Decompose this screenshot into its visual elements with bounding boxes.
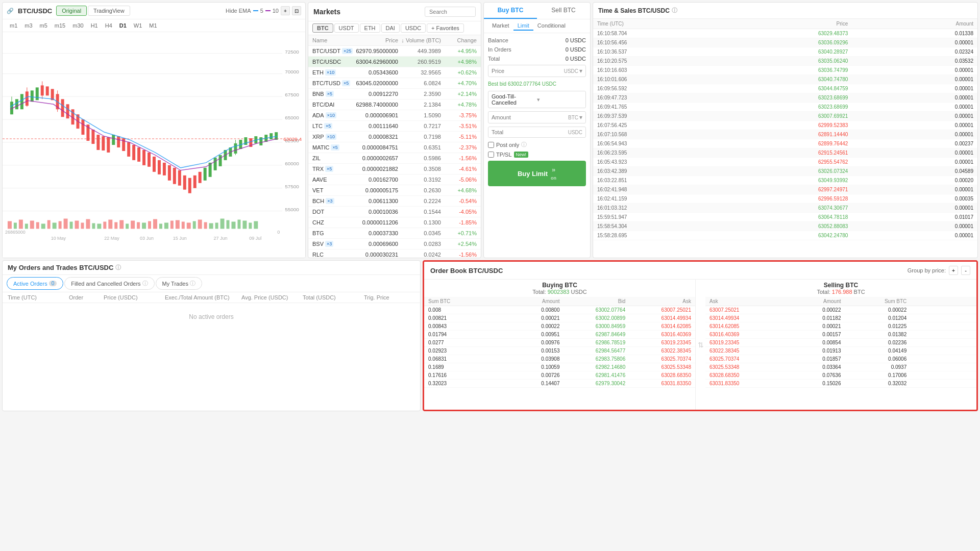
tf-w1[interactable]: W1 bbox=[131, 21, 145, 30]
tf-m3[interactable]: m3 bbox=[21, 21, 35, 30]
tpsl-checkbox[interactable] bbox=[488, 152, 494, 158]
market-row-rlc[interactable]: RLC 0.000030231 0.0242 -1.56% bbox=[308, 249, 481, 258]
market-row-btcdai[interactable]: BTC/DAI 62988.74000000 2.1384 +4.78% bbox=[308, 99, 481, 110]
chart-expand-btn[interactable]: + bbox=[281, 6, 290, 15]
tf-h1[interactable]: H1 bbox=[88, 21, 101, 30]
amount-input[interactable] bbox=[492, 114, 568, 120]
gtc-select[interactable]: Good-Till-Cancelled ▾ bbox=[488, 91, 586, 108]
subtab-conditional[interactable]: Conditional bbox=[533, 21, 570, 31]
svg-rect-61 bbox=[249, 222, 252, 229]
filter-eth[interactable]: ETH bbox=[360, 23, 380, 33]
ema-control: Hide EMA 5 10 + ⊡ bbox=[226, 6, 301, 15]
price-arrow[interactable]: ▾ bbox=[579, 67, 582, 74]
tab-my-trades[interactable]: My Trades ⓘ bbox=[156, 277, 202, 290]
market-row-trx[interactable]: TRX ×5 0.0000021882 0.3508 -4.61% bbox=[308, 164, 481, 174]
orderbook-header: Order Book BTC/USDC Group by price: + - bbox=[424, 262, 976, 280]
group-decrease-btn[interactable]: - bbox=[961, 266, 970, 275]
tf-m1-large[interactable]: M1 bbox=[146, 21, 160, 30]
subtab-market[interactable]: Market bbox=[488, 21, 513, 31]
market-vol: 0.2224 bbox=[398, 198, 441, 204]
group-increase-btn[interactable]: + bbox=[949, 266, 958, 275]
chart-collapse-btn[interactable]: ⊡ bbox=[292, 6, 301, 15]
market-row-matic[interactable]: MATIC ×5 0.0000084751 0.6351 -2.37% bbox=[308, 142, 481, 153]
tab-active-orders[interactable]: Active Orders 0 bbox=[7, 277, 63, 290]
tab-filled-cancelled[interactable]: Filled and Cancelled Orders ⓘ bbox=[64, 277, 154, 290]
market-change: -2.37% bbox=[441, 144, 477, 151]
buy-limit-button[interactable]: Buy Limit »on bbox=[488, 161, 586, 186]
ob-divider: ⇅ bbox=[695, 280, 705, 410]
ts-row: 16:01:03.31263074.306770.00001 bbox=[593, 204, 977, 213]
filled-info-icon: ⓘ bbox=[142, 280, 148, 287]
amount-input-wrapper[interactable]: BTC ▾ bbox=[488, 111, 586, 123]
market-row-dot[interactable]: DOT 0.00010036 0.1544 -4.05% bbox=[308, 207, 481, 217]
tf-m5[interactable]: m5 bbox=[37, 21, 51, 30]
price-input[interactable] bbox=[492, 68, 564, 74]
market-row-ada[interactable]: ADA ×10 0.000006901 1.5090 -3.75% bbox=[308, 110, 481, 121]
market-badge: ×5 bbox=[342, 80, 350, 86]
market-row-eth[interactable]: ETH ×10 0.05343600 32.9565 +0.62% bbox=[308, 67, 481, 78]
market-change: +4.70% bbox=[441, 80, 477, 86]
market-row-bnb[interactable]: BNB ×5 0.00912270 2.3590 +2.14% bbox=[308, 89, 481, 99]
tf-d1[interactable]: D1 bbox=[116, 21, 130, 30]
filter-usdt[interactable]: USDT bbox=[334, 23, 359, 33]
btn-tradingview[interactable]: TradingView bbox=[88, 6, 130, 16]
post-only-checkbox[interactable] bbox=[488, 142, 494, 148]
market-row-btctusd[interactable]: BTC/TUSD ×5 63045.02000000 6.0824 +4.70% bbox=[308, 78, 481, 89]
market-change: -3.75% bbox=[441, 112, 477, 118]
market-row-zil[interactable]: ZIL 0.0000002657 0.5986 -1.56% bbox=[308, 153, 481, 164]
info-icon: ⓘ bbox=[521, 141, 527, 148]
price-input-wrapper[interactable]: USDC ▾ bbox=[488, 65, 586, 77]
svg-rect-29 bbox=[70, 221, 73, 229]
market-row-btcusdt[interactable]: BTC/USDT ×25 62970.95000000 449.3989 +4.… bbox=[308, 46, 481, 57]
svg-rect-38 bbox=[119, 220, 124, 229]
tf-m30[interactable]: m30 bbox=[69, 21, 86, 30]
svg-rect-43 bbox=[148, 221, 151, 229]
gtc-label: Good-Till-Cancelled bbox=[492, 93, 537, 106]
ts-row: 16:03:42.38963026.073240.04589 bbox=[593, 167, 977, 176]
market-badge: ×3 bbox=[325, 241, 333, 247]
market-vol: 0.6351 bbox=[398, 144, 441, 151]
svg-rect-58 bbox=[231, 221, 235, 229]
svg-rect-39 bbox=[126, 223, 129, 229]
col-change: Change bbox=[441, 37, 477, 43]
ema-hide-label[interactable]: Hide EMA bbox=[226, 8, 251, 14]
market-row-btcusdc[interactable]: BTC/USDC 63004.62960000 260.9519 +4.98% bbox=[308, 57, 481, 67]
tab-buy-btc[interactable]: Buy BTC bbox=[484, 3, 537, 19]
amount-arrow[interactable]: ▾ bbox=[579, 114, 582, 121]
ts-title-text: Time & Sales BTC/USDC bbox=[598, 7, 670, 14]
tpsl-row: TP/SL New! bbox=[488, 152, 586, 158]
market-row-bch[interactable]: BCH ×3 0.00611300 0.2224 -0.54% bbox=[308, 196, 481, 207]
tf-m15[interactable]: m15 bbox=[52, 21, 68, 30]
svg-rect-56 bbox=[220, 219, 225, 229]
ts-col-price: Price bbox=[723, 21, 848, 27]
market-row-vet[interactable]: VET 0.000005175 0.2630 +4.68% bbox=[308, 185, 481, 196]
total-input[interactable] bbox=[492, 129, 568, 135]
market-price: 0.000030231 bbox=[355, 252, 398, 258]
ob-buy-row: 0.017940.0095162987.8464963016.40369 bbox=[424, 331, 695, 339]
market-badge: ×10 bbox=[325, 69, 336, 76]
tf-m1[interactable]: m1 bbox=[7, 21, 20, 30]
col-ask: Ask bbox=[625, 298, 691, 304]
market-row-aave[interactable]: AAVE 0.00162700 0.3192 -5.06% bbox=[308, 174, 481, 185]
btn-original[interactable]: Original bbox=[56, 6, 87, 16]
tab-sell-btc[interactable]: Sell BTC bbox=[537, 3, 590, 19]
new-badge: New! bbox=[514, 152, 529, 158]
filter-favorites[interactable]: + Favorites bbox=[427, 23, 464, 33]
svg-rect-21 bbox=[25, 223, 28, 229]
market-row-chz[interactable]: CHZ 0.0000011206 0.1300 -1.85% bbox=[308, 217, 481, 228]
tf-h4[interactable]: H4 bbox=[102, 21, 115, 30]
filter-btc[interactable]: BTC bbox=[312, 23, 333, 33]
subtab-limit[interactable]: Limit bbox=[513, 21, 533, 31]
market-row-bsv[interactable]: BSV ×3 0.00069600 0.0283 +2.54% bbox=[308, 239, 481, 249]
total-input-wrapper[interactable]: USDC bbox=[488, 127, 586, 138]
market-row-ltc[interactable]: LTC ×5 0.00111640 0.7217 -3.51% bbox=[308, 121, 481, 132]
ob-sell-row: 63025.703740.018570.06006 bbox=[705, 355, 976, 363]
ts-row: 16:10:01.60663040.747800.00001 bbox=[593, 75, 977, 84]
my-trades-label: My Trades bbox=[162, 281, 188, 287]
filter-dai[interactable]: DAI bbox=[381, 23, 400, 33]
filter-usdc[interactable]: USDC bbox=[401, 23, 426, 33]
col-volume: ↓ Volume (BTC) bbox=[398, 37, 441, 43]
market-row-btg[interactable]: BTG 0.00037330 0.0345 +0.71% bbox=[308, 228, 481, 239]
market-row-xrp[interactable]: XRP ×10 0.00008321 0.7198 -5.11% bbox=[308, 132, 481, 142]
markets-search-input[interactable] bbox=[425, 7, 476, 17]
